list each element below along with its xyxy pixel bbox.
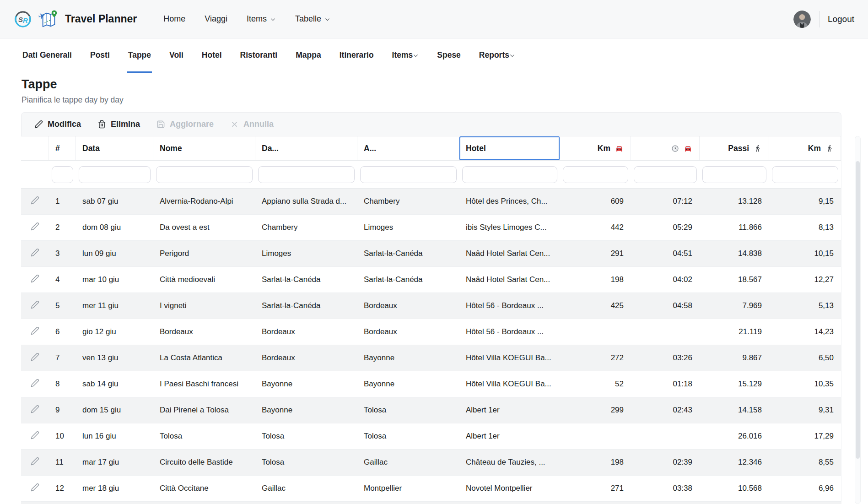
filter-input-num[interactable] bbox=[52, 166, 73, 183]
row-edit-button[interactable] bbox=[21, 319, 49, 345]
pencil-icon bbox=[31, 431, 39, 442]
table-row-3[interactable]: 3lun 09 giuPerigordLimogesSarlat-la-Cané… bbox=[21, 241, 841, 267]
column-header-km_walk[interactable]: Km bbox=[769, 136, 841, 160]
tab-items[interactable]: Items bbox=[391, 38, 420, 73]
pencil-icon bbox=[31, 274, 39, 285]
column-header-km_car[interactable]: Km bbox=[560, 136, 631, 160]
tab-voli[interactable]: Voli bbox=[168, 38, 184, 73]
table-row-8[interactable]: 8sab 14 giuI Paesi Baschi francesiBayonn… bbox=[21, 371, 841, 397]
pencil-icon bbox=[31, 483, 39, 494]
row-edit-button[interactable] bbox=[21, 450, 49, 475]
filter-input-hotel[interactable] bbox=[462, 166, 557, 183]
tab-mappa[interactable]: Mappa bbox=[295, 38, 322, 73]
table-row-10[interactable]: 10lun 16 giuTolosaTolosaTolosaAlbert 1er… bbox=[21, 423, 841, 450]
tab-posti[interactable]: Posti bbox=[89, 38, 111, 73]
table-row-4[interactable]: 4mar 10 giuCittà medioevaliSarlat-la-Can… bbox=[21, 267, 841, 293]
partial-next-row bbox=[21, 502, 841, 504]
logout-button[interactable]: Logout bbox=[828, 14, 854, 24]
nav-home[interactable]: Home bbox=[163, 14, 185, 24]
cell-date: mar 10 giu bbox=[76, 267, 153, 293]
pencil-icon bbox=[31, 352, 39, 363]
filter-input-name[interactable] bbox=[156, 166, 253, 183]
row-edit-button[interactable] bbox=[21, 293, 49, 319]
column-header-time_car[interactable] bbox=[631, 136, 700, 160]
table-row-11[interactable]: 11mar 17 giuCircuito delle BastideTolosa… bbox=[21, 450, 841, 476]
cell-time_car: 03:26 bbox=[631, 345, 700, 371]
column-header-steps[interactable]: Passi bbox=[700, 136, 769, 160]
tab-tappe[interactable]: Tappe bbox=[127, 38, 152, 73]
travel-map-icon: ✈ bbox=[38, 10, 59, 29]
cell-num: 5 bbox=[49, 293, 76, 319]
tab-spese[interactable]: Spese bbox=[436, 38, 462, 73]
nav-tabelle[interactable]: Tabelle bbox=[295, 14, 330, 24]
filter-input-km_car[interactable] bbox=[563, 166, 628, 183]
row-edit-button[interactable] bbox=[21, 371, 49, 397]
vertical-scrollbar[interactable] bbox=[855, 136, 861, 504]
tab-dati-generali[interactable]: Dati Generali bbox=[22, 38, 73, 73]
filter-input-steps[interactable] bbox=[702, 166, 766, 183]
column-label: Nome bbox=[160, 144, 182, 153]
column-label: Km bbox=[808, 144, 821, 153]
cell-time_car: 05:29 bbox=[631, 215, 700, 240]
cell-name: Dai Pirenei a Tolosa bbox=[153, 397, 255, 423]
cell-from: Sarlat-la-Canéda bbox=[255, 267, 357, 293]
cell-km_walk: 8,55 bbox=[769, 450, 841, 475]
cell-time_car: 04:51 bbox=[631, 241, 700, 266]
navbar-divider bbox=[819, 11, 819, 27]
table-row-2[interactable]: 2dom 08 giuDa ovest a estChamberyLimoges… bbox=[21, 215, 841, 241]
filter-input-km_walk[interactable] bbox=[772, 166, 838, 183]
filter-input-to[interactable] bbox=[360, 166, 457, 183]
table-row-5[interactable]: 5mer 11 giuI vignetiSarlat-la-CanédaBord… bbox=[21, 293, 841, 319]
column-header-num[interactable]: # bbox=[49, 136, 76, 160]
tab-itinerario[interactable]: Itinerario bbox=[339, 38, 375, 73]
cell-date: dom 08 giu bbox=[76, 215, 153, 240]
cell-date: lun 16 giu bbox=[76, 423, 153, 449]
cell-name: La Costa Atlantica bbox=[153, 345, 255, 371]
column-header-hotel[interactable]: Hotel bbox=[459, 136, 560, 160]
cell-km_car: 442 bbox=[560, 215, 631, 240]
filter-input-from[interactable] bbox=[258, 166, 355, 183]
table-row-7[interactable]: 7ven 13 giuLa Costa AtlanticaBordeauxBay… bbox=[21, 345, 841, 371]
cell-steps: 18.567 bbox=[700, 267, 769, 293]
cell-name: Da ovest a est bbox=[153, 215, 255, 240]
cell-km_walk: 6,96 bbox=[769, 476, 841, 501]
row-edit-button[interactable] bbox=[21, 423, 49, 449]
row-edit-button[interactable] bbox=[21, 189, 49, 214]
avatar[interactable] bbox=[793, 11, 811, 28]
elimina-button[interactable]: Elimina bbox=[97, 119, 140, 129]
table-row-1[interactable]: 1sab 07 giuAlvernia-Rodano-AlpiAppiano s… bbox=[21, 189, 841, 215]
tappe-grid-panel: ModificaEliminaAggiornareAnnulla #DataNo… bbox=[21, 112, 841, 504]
page-title: Tappe bbox=[22, 77, 846, 91]
row-edit-button[interactable] bbox=[21, 215, 49, 240]
cell-steps: 15.129 bbox=[700, 371, 769, 397]
tab-ristoranti[interactable]: Ristoranti bbox=[239, 38, 279, 73]
cell-km_car bbox=[560, 423, 631, 449]
tab-hotel[interactable]: Hotel bbox=[201, 38, 223, 73]
row-edit-button[interactable] bbox=[21, 241, 49, 266]
row-edit-button[interactable] bbox=[21, 397, 49, 423]
tab-reports[interactable]: Reports bbox=[478, 38, 516, 73]
nav-items[interactable]: Items bbox=[247, 14, 276, 24]
cell-hotel: Hôtel Villa KOEGUI Ba... bbox=[459, 345, 560, 371]
column-header-date[interactable]: Data bbox=[76, 136, 153, 160]
nav-viaggi[interactable]: Viaggi bbox=[205, 14, 227, 24]
filter-input-time_car[interactable] bbox=[634, 166, 697, 183]
row-edit-button[interactable] bbox=[21, 345, 49, 371]
cell-km_walk: 14,23 bbox=[769, 319, 841, 345]
table-row-6[interactable]: 6gio 12 giuBordeauxBordeauxBordeauxHôtel… bbox=[21, 319, 841, 345]
sr-logo-icon: S R bbox=[14, 10, 32, 28]
aggiornare-button[interactable]: Aggiornare bbox=[156, 119, 214, 129]
scrollbar-thumb[interactable] bbox=[856, 161, 860, 459]
annulla-button[interactable]: Annulla bbox=[230, 119, 274, 129]
table-row-12[interactable]: 12mer 18 giuCittà OccitaneGaillacMontpel… bbox=[21, 476, 841, 502]
row-edit-button[interactable] bbox=[21, 267, 49, 293]
column-header-to[interactable]: A... bbox=[357, 136, 459, 160]
column-header-name[interactable]: Nome bbox=[153, 136, 255, 160]
column-header-edit[interactable] bbox=[21, 136, 49, 160]
modifica-button[interactable]: Modifica bbox=[34, 119, 81, 129]
grid-filter-row bbox=[21, 161, 841, 189]
row-edit-button[interactable] bbox=[21, 476, 49, 501]
table-row-9[interactable]: 9dom 15 giuDai Pirenei a TolosaBayonneTo… bbox=[21, 397, 841, 423]
column-header-from[interactable]: Da... bbox=[255, 136, 357, 160]
filter-input-date[interactable] bbox=[79, 166, 151, 183]
